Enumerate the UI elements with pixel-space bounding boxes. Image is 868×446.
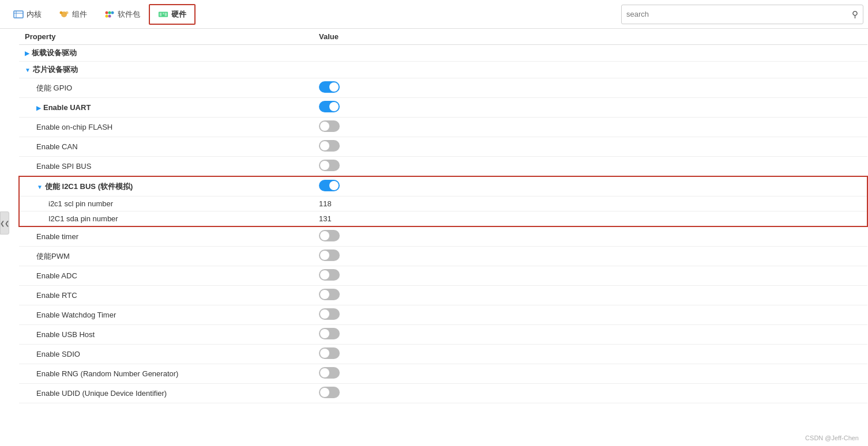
table-row: 使能 GPIO (19, 78, 867, 98)
toggle-enable-gpio[interactable] (319, 81, 340, 93)
tab-package-label: 软件包 (118, 9, 140, 20)
value-cell-enable-usb[interactable] (313, 325, 867, 345)
toggle-enable-udid[interactable] (319, 387, 340, 398)
table-row: Enable timer (19, 226, 867, 247)
table-row: Enable on-chip FLASH (19, 118, 867, 137)
property-cell-enable-sdio: Enable SDIO (19, 345, 313, 364)
toggle-enable-rtc[interactable] (319, 289, 340, 300)
package-icon (104, 10, 115, 18)
toggle-enable-flash[interactable] (319, 120, 340, 132)
kernel-icon (13, 10, 24, 18)
value-cell-i2c-scl[interactable]: 118 (313, 196, 867, 211)
value-cell-enable-flash[interactable] (313, 118, 867, 137)
svg-point-7 (108, 11, 111, 14)
value-cell-enable-pwm[interactable] (313, 247, 867, 266)
tab-kernel-label: 内核 (27, 9, 42, 20)
value-cell-enable-can[interactable] (313, 137, 867, 157)
tab-kernel[interactable]: 内核 (5, 4, 50, 25)
value-cell-enable-i2c[interactable] (313, 176, 867, 196)
value-cell-enable-uart[interactable] (313, 98, 867, 118)
property-cell-enable-usb: Enable USB Host (19, 325, 313, 345)
value-cell-i2c-sda[interactable]: 131 (313, 211, 867, 227)
table-row: Enable UDID (Unique Device Identifier) (19, 384, 867, 403)
search-box[interactable]: ⚲ (621, 5, 863, 24)
toggle-enable-i2c[interactable] (319, 180, 340, 191)
property-cell-i2c-scl: i2c1 scl pin number (19, 196, 313, 211)
tab-component-label: 组件 (72, 9, 87, 20)
tab-package[interactable]: 软件包 (96, 4, 149, 25)
property-cell-enable-pwm: 使能PWM (19, 247, 313, 266)
svg-point-4 (60, 11, 63, 14)
svg-point-9 (106, 14, 108, 17)
property-cell-enable-flash: Enable on-chip FLASH (19, 118, 313, 137)
tab-hardware[interactable]: 硬件 (149, 4, 196, 25)
value-cell-board-driver[interactable] (313, 45, 867, 62)
property-cell-enable-gpio: 使能 GPIO (19, 78, 313, 98)
arrow-right-icon[interactable]: ▶ (25, 50, 29, 56)
table-row: ▼芯片设备驱动 (19, 62, 867, 78)
table-row: Enable RNG (Random Number Generator) (19, 364, 867, 384)
table-row: ▼使能 I2C1 BUS (软件模拟) (19, 176, 867, 196)
value-cell-enable-udid[interactable] (313, 384, 867, 403)
svg-rect-0 (14, 11, 23, 18)
toggle-enable-can[interactable] (319, 140, 340, 152)
property-table: Property Value ▶板载设备驱动▼芯片设备驱动使能 GPIO▶Ena… (18, 29, 868, 403)
arrow-down-icon[interactable]: ▼ (37, 184, 43, 190)
value-cell-chip-driver[interactable] (313, 62, 867, 78)
value-cell-enable-sdio[interactable] (313, 345, 867, 364)
value-cell-enable-rng[interactable] (313, 364, 867, 384)
toggle-enable-watchdog[interactable] (319, 308, 340, 320)
footer-credit: CSDN @Jeff-Chen (805, 434, 859, 441)
hardware-icon (158, 10, 168, 18)
property-cell-enable-uart: ▶Enable UART (19, 98, 313, 118)
property-cell-enable-adc: Enable ADC (19, 266, 313, 286)
svg-point-5 (66, 11, 69, 14)
tab-component[interactable]: 组件 (50, 4, 96, 25)
search-icon[interactable]: ⚲ (852, 9, 858, 20)
table-row: Enable CAN (19, 137, 867, 157)
toggle-enable-timer[interactable] (319, 230, 340, 241)
property-cell-board-driver: ▶板载设备驱动 (19, 45, 313, 62)
value-cell-enable-timer[interactable] (313, 226, 867, 247)
toggle-enable-rng[interactable] (319, 367, 340, 379)
property-cell-chip-driver: ▼芯片设备驱动 (19, 62, 313, 78)
col-header-property: Property (19, 29, 313, 45)
toggle-enable-usb[interactable] (319, 328, 340, 339)
value-cell-enable-adc[interactable] (313, 266, 867, 286)
table-row: I2C1 sda pin number131 (19, 211, 867, 227)
property-cell-enable-timer: Enable timer (19, 226, 313, 247)
col-header-value: Value (313, 29, 867, 45)
svg-rect-13 (163, 13, 164, 14)
table-row: ▶板载设备驱动 (19, 45, 867, 62)
svg-point-8 (111, 11, 114, 14)
arrow-down-icon[interactable]: ▼ (25, 67, 31, 73)
table-row: ▶Enable UART (19, 98, 867, 118)
toggle-enable-pwm[interactable] (319, 250, 340, 261)
value-cell-enable-rtc[interactable] (313, 286, 867, 305)
value-cell-enable-spi[interactable] (313, 157, 867, 177)
property-cell-enable-rng: Enable RNG (Random Number Generator) (19, 364, 313, 384)
property-cell-i2c-sda: I2C1 sda pin number (19, 211, 313, 227)
toggle-enable-spi[interactable] (319, 160, 340, 171)
number-value-i2c-scl: 118 (319, 199, 332, 208)
table-row: i2c1 scl pin number118 (19, 196, 867, 211)
component-icon (59, 10, 69, 18)
arrow-right-icon[interactable]: ▶ (36, 105, 41, 111)
value-cell-enable-watchdog[interactable] (313, 305, 867, 325)
tab-hardware-label: 硬件 (171, 9, 186, 20)
value-cell-enable-gpio[interactable] (313, 78, 867, 98)
svg-point-10 (108, 14, 111, 17)
table-row: Enable RTC (19, 286, 867, 305)
property-cell-enable-i2c: ▼使能 I2C1 BUS (软件模拟) (19, 176, 313, 196)
tab-bar: 内核 组件 软件包 (0, 0, 868, 29)
svg-rect-14 (165, 13, 167, 16)
search-input[interactable] (626, 10, 852, 18)
collapse-panel-button[interactable]: ❮❮ (0, 211, 9, 235)
svg-rect-12 (160, 13, 162, 16)
toggle-enable-uart[interactable] (319, 101, 340, 112)
toggle-enable-adc[interactable] (319, 269, 340, 281)
table-row: 使能PWM (19, 247, 867, 266)
table-row: Enable SDIO (19, 345, 867, 364)
toggle-enable-sdio[interactable] (319, 347, 340, 359)
property-cell-enable-udid: Enable UDID (Unique Device Identifier) (19, 384, 313, 403)
